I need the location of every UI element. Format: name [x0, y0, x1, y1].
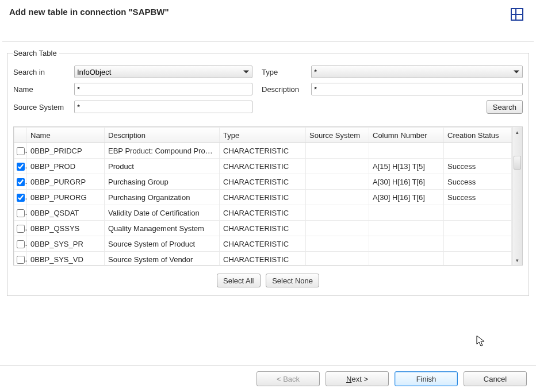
col-type[interactable]: Type [220, 128, 306, 143]
source-system-label: Source System [13, 103, 71, 112]
row-checkbox[interactable] [17, 209, 25, 217]
name-input[interactable] [74, 83, 252, 95]
row-checkbox[interactable] [17, 256, 25, 264]
cell-source-system [306, 190, 369, 205]
scroll-up-icon[interactable]: ▴ [512, 127, 522, 137]
cell-source-system [306, 159, 369, 174]
dialog-header: Add new table in connection "SAPBW" [0, 0, 536, 41]
cell-creation-status [444, 221, 512, 236]
cell-source-system [306, 174, 369, 190]
cell-name: 0BBP_QSSYS [27, 221, 105, 236]
vertical-scrollbar[interactable]: ▴ ▾ [512, 127, 522, 265]
next-button[interactable]: Next > [326, 371, 389, 386]
cell-description: Source System of Product [105, 236, 220, 252]
cell-creation-status [444, 143, 512, 159]
table-row[interactable]: 0BBP_PURORGPurchasing OrganizationCHARAC… [14, 190, 512, 205]
col-column-number[interactable]: Column Number [369, 128, 444, 143]
table-row[interactable]: 0BBP_SYS_VDSource System of VendorCHARAC… [14, 252, 512, 266]
row-checkbox[interactable] [17, 147, 25, 155]
cell-name: 0BBP_QSDAT [27, 205, 105, 221]
row-checkbox[interactable] [17, 178, 25, 186]
cell-source-system [306, 143, 369, 159]
wizard-footer: < Back Next > Finish Cancel [0, 365, 536, 392]
search-in-combo-wrap: InfoObject [74, 66, 252, 78]
results-table: Name Description Type Source System Colu… [14, 127, 512, 265]
selection-buttons: Select All Select None [13, 274, 523, 287]
cell-type: CHARACTERISTIC [220, 252, 306, 266]
table-header-row: Name Description Type Source System Colu… [14, 128, 512, 143]
cell-type: CHARACTERISTIC [220, 205, 306, 221]
cell-name: 0BBP_SYS_VD [27, 252, 105, 266]
col-creation-status[interactable]: Creation Status [444, 128, 512, 143]
cell-description: EBP Product: Compound Pro… [105, 143, 220, 159]
type-label: Type [262, 68, 308, 76]
cell-source-system [306, 252, 369, 266]
back-button: < Back [256, 371, 320, 386]
cell-name: 0BBP_PURORG [27, 190, 105, 205]
cell-description: Quality Management System [105, 221, 220, 236]
cell-creation-status [444, 236, 512, 252]
description-input[interactable] [311, 83, 523, 95]
cell-source-system [306, 205, 369, 221]
cell-type: CHARACTERISTIC [220, 190, 306, 205]
dialog-title: Add new table in connection "SAPBW" [9, 6, 169, 17]
form-row-3: Source System Search [13, 100, 523, 114]
cell-name: 0BBP_SYS_PR [27, 236, 105, 252]
form-row-2: Name Description [13, 83, 523, 95]
cell-type: CHARACTERISTIC [220, 236, 306, 252]
table-row[interactable]: 0BBP_QSDATValidity Date of Certification… [14, 205, 512, 221]
cell-description: Product [105, 159, 220, 174]
table-row[interactable]: 0BBP_PRODProductCHARACTERISTICA[15] H[13… [14, 159, 512, 174]
cell-name: 0BBP_PRIDCP [27, 143, 105, 159]
row-checkbox[interactable] [17, 225, 25, 233]
results-table-scroll: Name Description Type Source System Colu… [14, 127, 512, 265]
cell-type: CHARACTERISTIC [220, 143, 306, 159]
finish-button[interactable]: Finish [395, 371, 458, 386]
cell-type: CHARACTERISTIC [220, 174, 306, 190]
results-table-wrap: Name Description Type Source System Colu… [13, 126, 523, 266]
cell-column-number: A[30] H[16] T[6] [369, 190, 444, 205]
cell-column-number [369, 221, 444, 236]
cell-name: 0BBP_PROD [27, 159, 105, 174]
col-description[interactable]: Description [105, 128, 220, 143]
scroll-thumb[interactable] [514, 156, 521, 170]
cell-column-number [369, 205, 444, 221]
type-combo[interactable]: * [311, 66, 523, 78]
col-source-system[interactable]: Source System [306, 128, 369, 143]
cell-creation-status: Success [444, 174, 512, 190]
type-combo-wrap: * [311, 66, 523, 78]
search-in-label: Search in [13, 68, 71, 76]
table-row[interactable]: 0BBP_SYS_PRSource System of ProductCHARA… [14, 236, 512, 252]
cell-column-number [369, 143, 444, 159]
cell-creation-status: Success [444, 159, 512, 174]
row-checkbox[interactable] [17, 163, 25, 171]
search-in-combo[interactable]: InfoObject [74, 66, 252, 78]
cell-type: CHARACTERISTIC [220, 221, 306, 236]
scroll-down-icon[interactable]: ▾ [512, 255, 522, 265]
search-table-legend: Search Table [13, 49, 59, 57]
cell-description: Purchasing Group [105, 174, 220, 190]
select-none-button[interactable]: Select None [266, 274, 319, 287]
select-all-button[interactable]: Select All [217, 274, 260, 287]
form-row-1: Search in InfoObject Type * [13, 66, 523, 78]
next-label-rest: ext > [351, 375, 368, 383]
cancel-button[interactable]: Cancel [464, 371, 527, 386]
row-checkbox[interactable] [17, 240, 25, 248]
cell-name: 0BBP_PURGRP [27, 174, 105, 190]
row-checkbox[interactable] [17, 194, 25, 202]
dialog-body: Search Table Search in InfoObject Type *… [0, 42, 536, 303]
cell-column-number: A[15] H[13] T[5] [369, 159, 444, 174]
cell-creation-status [444, 252, 512, 266]
table-row[interactable]: 0BBP_PURGRPPurchasing GroupCHARACTERISTI… [14, 174, 512, 190]
cell-creation-status [444, 205, 512, 221]
source-system-input[interactable] [74, 101, 252, 113]
cell-description: Source System of Vendor [105, 252, 220, 266]
col-checkbox[interactable] [14, 128, 27, 143]
search-table-group: Search Table Search in InfoObject Type *… [7, 49, 529, 296]
cell-source-system [306, 236, 369, 252]
search-button[interactable]: Search [487, 100, 523, 114]
col-name[interactable]: Name [27, 128, 105, 143]
table-row[interactable]: 0BBP_PRIDCPEBP Product: Compound Pro…CHA… [14, 143, 512, 159]
table-row[interactable]: 0BBP_QSSYSQuality Management SystemCHARA… [14, 221, 512, 236]
name-label: Name [13, 85, 71, 94]
